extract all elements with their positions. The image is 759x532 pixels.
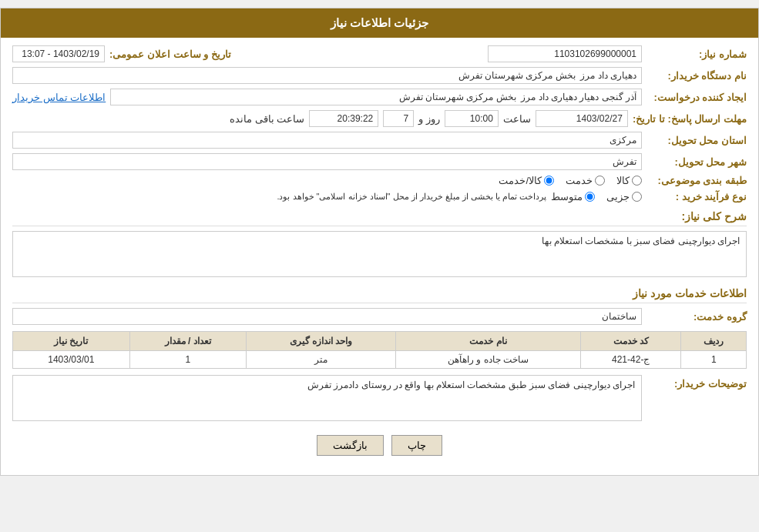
noe-farayand-radio-group: جزیی متوسط [551, 191, 642, 202]
mohlat-saat-label: ساعت [503, 113, 531, 125]
radio-motavasset-input[interactable] [585, 192, 595, 202]
tawsifat-area: توضیحات خریدار: [12, 375, 747, 423]
row-ostan: استان محل تحویل: [12, 132, 747, 149]
page-title: جزئیات اطلاعات نیاز [331, 16, 428, 29]
row-tabaqebandi: طبقه بندی موضوعی: کالا خدمت کالا/خدمت [12, 175, 747, 186]
row-ijad: ایجاد کننده درخواست: اطلاعات تماس خریدار [12, 89, 747, 105]
radio-kala-khedmat-label: کالا/خدمت [499, 175, 542, 186]
row-mohlat: مهلت ارسال پاسخ: تا تاریخ: ساعت روز و سا… [12, 110, 747, 127]
bazgasht-button[interactable]: بازگشت [317, 435, 384, 456]
shahr-input[interactable] [12, 153, 642, 170]
footer-buttons: چاپ بازگشت [12, 435, 747, 456]
ostan-input[interactable] [12, 132, 642, 149]
col-radif: ردیف [681, 332, 747, 351]
khadamat-section-label: اطلاعات خدمات مورد نیاز [633, 287, 747, 299]
col-vahed: واحد اندازه گیری [247, 332, 396, 351]
grohe-khadamat-input[interactable] [12, 308, 642, 325]
noe-farayand-note: پرداخت تمام یا بخشی از مبلغ خریدار از مح… [277, 192, 546, 202]
row-grohe-khadamat: گروه خدمت: [12, 308, 747, 325]
chap-button[interactable]: چاپ [391, 435, 442, 456]
tawsifat-input-area [12, 375, 642, 423]
mohlat-rooz-label: روز و [418, 113, 440, 125]
sharh-kolli-textarea[interactable] [12, 231, 747, 277]
row-nam-dastgah: نام دستگاه خریدار: [12, 67, 747, 84]
radio-kala-khedmat-input[interactable] [544, 176, 554, 186]
nam-dastgah-input[interactable] [12, 67, 642, 84]
tawsifat-textarea[interactable] [12, 375, 642, 421]
shomare-niaz-label: شماره نیاز: [646, 49, 747, 60]
mohlat-baqi-label: ساعت باقی مانده [230, 113, 304, 125]
col-tedad: تعداد / مقدار [129, 332, 246, 351]
table-row: 1ج-42-421ساخت جاده و راهآهنمتر11403/03/0… [13, 351, 747, 369]
radio-khedmat-input[interactable] [595, 176, 605, 186]
tarikh-input[interactable] [12, 45, 105, 62]
radio-jozei-label: جزیی [606, 191, 630, 202]
row-shahr: شهر محل تحویل: [12, 153, 747, 170]
sharh-kolli-section-title: شرح کلی نیاز: [12, 210, 747, 226]
mohlat-baqi-input[interactable] [309, 110, 378, 127]
sharh-kolli-area [12, 231, 747, 279]
row-noe-farayand: نوع فرآیند خرید : جزیی متوسط پرداخت تمام… [12, 191, 747, 202]
content-area: شماره نیاز: تاریخ و ساعت اعلان عمومی: نا… [1, 38, 758, 475]
cell-tedad: 1 [129, 351, 246, 369]
tawsifat-label: توضیحات خریدار: [646, 375, 747, 390]
radio-motavasset-label: متوسط [551, 191, 583, 202]
cell-radif: 1 [681, 351, 747, 369]
tabaqebandi-label: طبقه بندی موضوعی: [646, 175, 747, 186]
mohlat-label: مهلت ارسال پاسخ: تا تاریخ: [633, 113, 747, 125]
shomare-niaz-input[interactable] [488, 45, 642, 62]
radio-khedmat: خدمت [566, 175, 605, 186]
ijad-label: ایجاد کننده درخواست: [646, 92, 747, 103]
khadamat-section-title: اطلاعات خدمات مورد نیاز [12, 287, 747, 303]
radio-motavasset: متوسط [551, 191, 595, 202]
mohlat-rooz-input[interactable] [383, 110, 414, 127]
sharh-kolli-label: شرح کلی نیاز: [682, 210, 747, 223]
cell-vahed: متر [247, 351, 396, 369]
col-kod-khedmat: کد خدمت [580, 332, 681, 351]
grohe-khadamat-label: گروه خدمت: [646, 311, 747, 323]
mohlat-saat-input[interactable] [445, 110, 499, 127]
mohlat-date-input[interactable] [536, 110, 628, 127]
tabaqebandi-radio-group: کالا خدمت کالا/خدمت [499, 175, 642, 186]
cell-namKhedmat: ساخت جاده و راهآهن [396, 351, 581, 369]
row-shomare-tarikh: شماره نیاز: تاریخ و ساعت اعلان عمومی: [12, 45, 747, 62]
radio-kala-khedmat: کالا/خدمت [499, 175, 554, 186]
page-header: جزئیات اطلاعات نیاز [1, 8, 758, 38]
radio-kala: کالا [616, 175, 642, 186]
radio-kala-input[interactable] [632, 176, 642, 186]
services-table: ردیف کد خدمت نام خدمت واحد اندازه گیری ت… [12, 331, 747, 369]
col-nam-khedmat: نام خدمت [396, 332, 581, 351]
page-wrapper: جزئیات اطلاعات نیاز شماره نیاز: تاریخ و … [0, 8, 759, 476]
ettelaat-tamas-link[interactable]: اطلاعات تماس خریدار [12, 92, 106, 103]
ostan-label: استان محل تحویل: [646, 135, 747, 146]
nam-dastgah-label: نام دستگاه خریدار: [646, 70, 747, 82]
radio-jozei: جزیی [606, 191, 642, 202]
radio-khedmat-label: خدمت [566, 175, 593, 186]
tarikh-label: تاریخ و ساعت اعلان عمومی: [109, 49, 231, 60]
radio-jozei-input[interactable] [632, 192, 642, 202]
noe-farayand-label: نوع فرآیند خرید : [646, 191, 747, 202]
ijad-input[interactable] [110, 89, 642, 105]
cell-kodKhedmat: ج-42-421 [580, 351, 681, 369]
table-section: ردیف کد خدمت نام خدمت واحد اندازه گیری ت… [12, 331, 747, 369]
shahr-label: شهر محل تحویل: [646, 156, 747, 168]
col-tarikh: تاریخ نیاز [13, 332, 130, 351]
radio-kala-label: کالا [616, 175, 630, 186]
cell-tarikh: 1403/03/01 [13, 351, 130, 369]
